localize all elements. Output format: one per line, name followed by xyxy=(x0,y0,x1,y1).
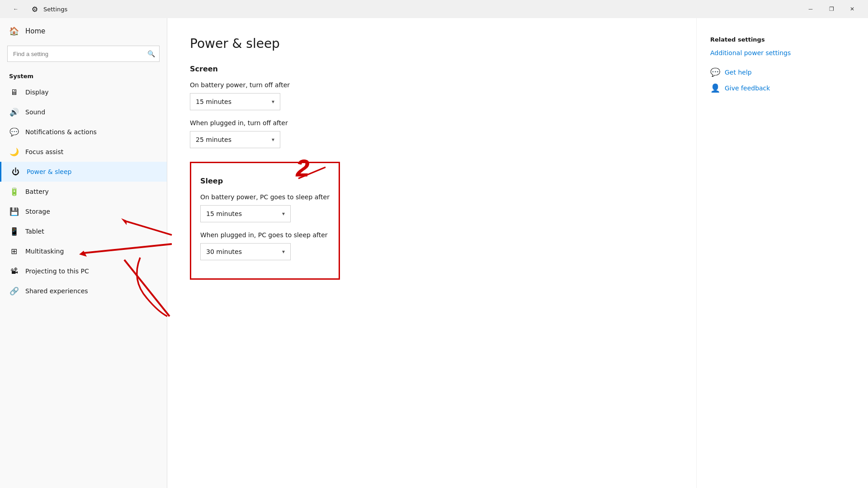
sidebar-item-battery-label: Battery xyxy=(25,188,49,195)
power-icon: ⏻ xyxy=(10,167,20,176)
sleep-section-annotated: Sleep On battery power, PC goes to sleep… xyxy=(190,162,340,280)
screen-battery-label: On battery power, turn off after xyxy=(190,81,674,89)
sidebar-item-tablet-label: Tablet xyxy=(25,228,44,235)
home-icon: 🏠 xyxy=(9,26,19,36)
sidebar-item-display-label: Display xyxy=(25,89,49,96)
sidebar-search-container: 🔍 xyxy=(7,46,160,62)
sleep-battery-dropdown[interactable]: 15 minutes ▾ xyxy=(200,205,291,222)
focus-icon: 🌙 xyxy=(9,147,19,156)
screen-plugged-label: When plugged in, turn off after xyxy=(190,119,674,127)
screen-plugged-row: When plugged in, turn off after 25 minut… xyxy=(190,119,674,148)
search-input[interactable] xyxy=(7,46,160,62)
sidebar-item-notifications-label: Notifications & actions xyxy=(25,128,97,136)
sidebar-item-notifications[interactable]: 💬 Notifications & actions xyxy=(0,122,167,142)
sidebar-item-storage-label: Storage xyxy=(25,208,50,215)
notifications-icon: 💬 xyxy=(9,127,19,136)
sleep-plugged-label: When plugged in, PC goes to sleep after xyxy=(200,231,330,239)
sidebar-item-projecting[interactable]: 📽 Projecting to this PC xyxy=(0,261,167,281)
sidebar-item-tablet[interactable]: 📱 Tablet xyxy=(0,221,167,241)
additional-power-link[interactable]: Additional power settings xyxy=(710,49,854,56)
related-settings-title: Related settings xyxy=(710,36,854,43)
sidebar-home[interactable]: 🏠 Home xyxy=(0,18,167,44)
battery-icon: 🔋 xyxy=(9,187,19,196)
sidebar-item-multitasking[interactable]: ⊞ Multitasking xyxy=(0,241,167,261)
sidebar-item-display[interactable]: 🖥 Display xyxy=(0,82,167,102)
sidebar-item-focus[interactable]: 🌙 Focus assist xyxy=(0,142,167,162)
screen-plugged-dropdown[interactable]: 25 minutes ▾ xyxy=(190,131,280,148)
feedback-icon: 👤 xyxy=(710,83,720,93)
screen-battery-dropdown-arrow: ▾ xyxy=(272,99,274,105)
main-content: Power & sleep Screen On battery power, t… xyxy=(167,18,696,488)
sleep-plugged-row: When plugged in, PC goes to sleep after … xyxy=(200,231,330,260)
close-button[interactable]: ✕ xyxy=(842,2,863,16)
sidebar-item-sound-label: Sound xyxy=(25,108,45,116)
sleep-battery-value: 15 minutes xyxy=(206,210,242,217)
sidebar-item-battery[interactable]: 🔋 Battery xyxy=(0,182,167,202)
screen-plugged-dropdown-arrow: ▾ xyxy=(272,136,274,143)
screen-battery-dropdown[interactable]: 15 minutes ▾ xyxy=(190,93,280,110)
projecting-icon: 📽 xyxy=(9,267,19,276)
sleep-section-title: Sleep xyxy=(200,177,330,185)
right-panel: Related settings Additional power settin… xyxy=(696,18,868,488)
get-help-row[interactable]: 💬 Get help xyxy=(710,67,854,77)
tablet-icon: 📱 xyxy=(9,227,19,236)
display-icon: 🖥 xyxy=(9,88,19,97)
titlebar: ← ⚙ Settings ─ ❐ ✕ xyxy=(0,0,868,18)
sidebar-item-storage[interactable]: 💾 Storage xyxy=(0,202,167,221)
sidebar-item-shared[interactable]: 🔗 Shared experiences xyxy=(0,281,167,301)
sleep-battery-label: On battery power, PC goes to sleep after xyxy=(200,193,330,201)
page-title: Power & sleep xyxy=(190,36,674,51)
sleep-plugged-dropdown[interactable]: 30 minutes ▾ xyxy=(200,243,291,260)
search-icon: 🔍 xyxy=(147,50,155,57)
app-body: 🏠 Home 🔍 System 🖥 Display 🔊 Sound 💬 Noti… xyxy=(0,18,868,488)
storage-icon: 💾 xyxy=(9,207,19,216)
sidebar-item-shared-label: Shared experiences xyxy=(25,287,88,295)
give-feedback-link[interactable]: Give feedback xyxy=(725,84,770,92)
screen-battery-value: 15 minutes xyxy=(196,98,231,105)
sidebar-item-multitasking-label: Multitasking xyxy=(25,248,64,255)
sidebar-section-label: System xyxy=(0,69,167,82)
sidebar: 🏠 Home 🔍 System 🖥 Display 🔊 Sound 💬 Noti… xyxy=(0,18,167,488)
sidebar-item-focus-label: Focus assist xyxy=(25,148,63,155)
sidebar-home-label: Home xyxy=(25,27,45,35)
sidebar-item-sound[interactable]: 🔊 Sound xyxy=(0,102,167,122)
get-help-link[interactable]: Get help xyxy=(725,69,752,76)
minimize-button[interactable]: ─ xyxy=(800,2,821,16)
sleep-battery-dropdown-arrow: ▾ xyxy=(282,211,285,217)
app-icon: ⚙ xyxy=(31,5,39,13)
screen-section-title: Screen xyxy=(190,65,674,73)
back-button[interactable]: ← xyxy=(5,2,26,16)
sound-icon: 🔊 xyxy=(9,108,19,117)
sidebar-item-projecting-label: Projecting to this PC xyxy=(25,267,89,275)
sleep-plugged-dropdown-arrow: ▾ xyxy=(282,249,285,255)
sidebar-item-power-label: Power & sleep xyxy=(27,168,71,175)
restore-button[interactable]: ❐ xyxy=(821,2,842,16)
multitasking-icon: ⊞ xyxy=(9,247,19,256)
sleep-battery-row: On battery power, PC goes to sleep after… xyxy=(200,193,330,222)
help-icon: 💬 xyxy=(710,67,720,77)
give-feedback-row[interactable]: 👤 Give feedback xyxy=(710,83,854,93)
titlebar-title: Settings xyxy=(43,6,796,13)
window-controls: ─ ❐ ✕ xyxy=(800,2,863,16)
sidebar-item-power[interactable]: ⏻ Power & sleep xyxy=(0,162,167,182)
shared-icon: 🔗 xyxy=(9,286,19,296)
sleep-plugged-value: 30 minutes xyxy=(206,248,242,255)
screen-plugged-value: 25 minutes xyxy=(196,136,231,143)
screen-battery-row: On battery power, turn off after 15 minu… xyxy=(190,81,674,110)
back-icon: ← xyxy=(13,6,19,12)
